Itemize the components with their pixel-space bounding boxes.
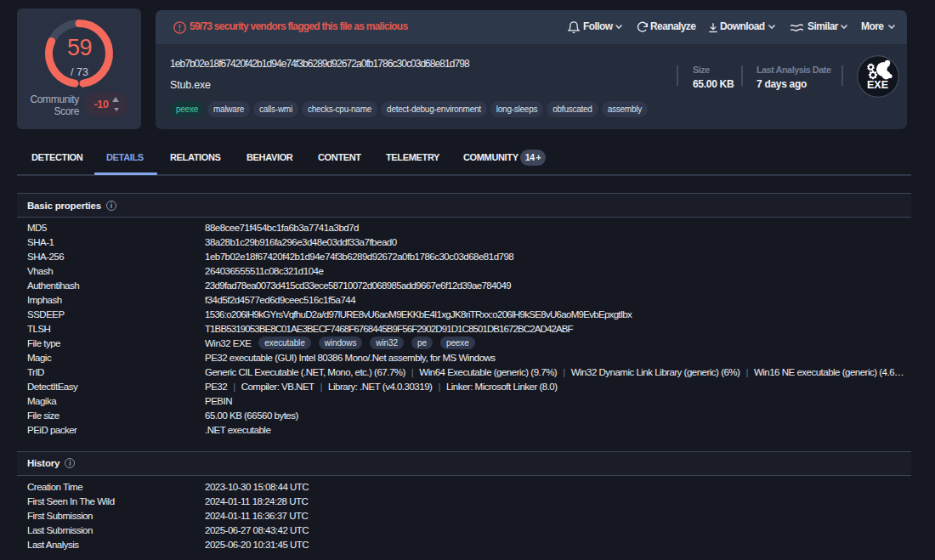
svg-text:EXE: EXE <box>867 79 888 91</box>
